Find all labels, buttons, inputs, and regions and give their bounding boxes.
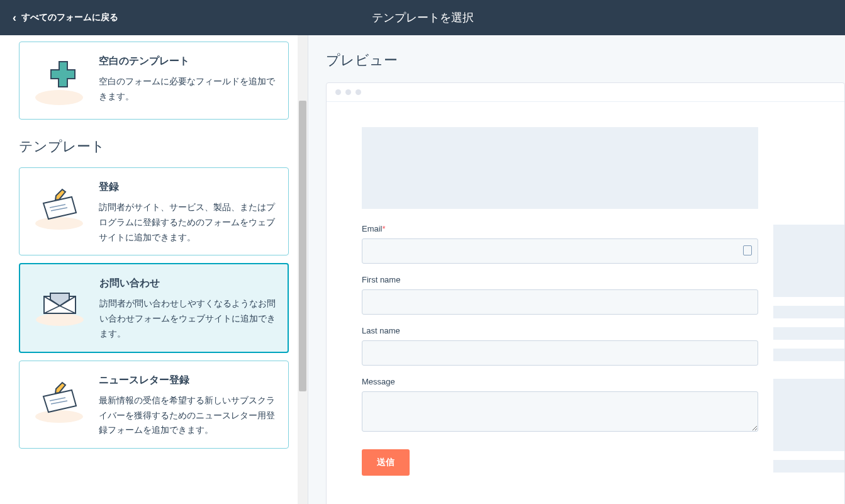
email-label: Email* (362, 224, 758, 233)
svg-point-0 (35, 90, 83, 105)
scrollbar[interactable] (298, 35, 308, 504)
preview-panel: プレビュー Email* (308, 35, 845, 504)
template-title: ニュースレター登録 (99, 374, 277, 387)
template-card-registration[interactable]: 登録 訪問者がサイト、サービス、製品、またはプログラムに登録するためのフォームを… (19, 167, 289, 255)
template-title: 空白のテンプレート (99, 55, 277, 68)
registration-icon (31, 178, 87, 235)
template-description: 最新情報の受信を希望する新しいサブスクライバーを獲得するためのニュースレター用登… (99, 393, 277, 438)
placeholder-block (773, 460, 844, 473)
message-field[interactable] (362, 391, 758, 432)
back-link[interactable]: ‹ すべてのフォームに戻る (13, 11, 118, 25)
chevron-left-icon: ‹ (13, 11, 16, 25)
template-description: 訪問者がサイト、サービス、製品、またはプログラムに登録するためのフォームをウェブ… (99, 200, 277, 245)
contact-icon (31, 274, 88, 331)
placeholder-block (773, 379, 844, 451)
svg-point-2 (36, 313, 84, 326)
template-card-newsletter[interactable]: ニュースレター登録 最新情報の受信を希望する新しいサブスクライバーを獲得するため… (19, 361, 289, 449)
placeholder-block (773, 225, 844, 297)
lastname-field[interactable] (362, 340, 758, 366)
hero-placeholder (362, 127, 758, 209)
back-link-label: すべてのフォームに戻る (21, 12, 118, 23)
template-title: お問い合わせ (99, 277, 276, 290)
traffic-light-icon (355, 89, 361, 95)
template-card-blank[interactable]: 空白のテンプレート 空白のフォームに必要なフィールドを追加できます。 (19, 42, 289, 120)
main-content: 空白のテンプレート 空白のフォームに必要なフィールドを追加できます。 テンプレー… (0, 35, 845, 504)
blank-template-icon (31, 52, 87, 109)
browser-title-bar (327, 83, 844, 102)
lastname-label: Last name (362, 326, 758, 335)
message-label: Message (362, 377, 758, 386)
traffic-light-icon (345, 89, 351, 95)
traffic-light-icon (335, 89, 341, 95)
preview-form: Email* First name Last name (362, 127, 758, 481)
sidebar-placeholders (773, 127, 844, 481)
placeholder-block (773, 327, 844, 340)
placeholder-block (773, 306, 844, 318)
page-title: テンプレートを選択 (372, 10, 474, 25)
scrollbar-thumb[interactable] (299, 101, 306, 391)
template-description: 訪問者が問い合わせしやすくなるようなお問い合わせフォームをウェブサイトに追加でき… (99, 296, 276, 341)
email-field[interactable] (362, 238, 758, 264)
template-title: 登録 (99, 181, 277, 194)
template-card-contact[interactable]: お問い合わせ 訪問者が問い合わせしやすくなるようなお問い合わせフォームをウェブサ… (19, 263, 289, 352)
template-list-panel: 空白のテンプレート 空白のフォームに必要なフィールドを追加できます。 テンプレー… (0, 35, 308, 504)
svg-point-3 (35, 410, 83, 423)
placeholder-block (773, 349, 844, 361)
browser-frame: Email* First name Last name (326, 82, 845, 504)
firstname-field[interactable] (362, 289, 758, 315)
preview-heading: プレビュー (326, 51, 845, 70)
template-description: 空白のフォームに必要なフィールドを追加できます。 (99, 74, 277, 104)
templates-section-heading: テンプレート (19, 137, 289, 156)
newsletter-icon (31, 371, 87, 428)
submit-button[interactable]: 送信 (362, 449, 410, 476)
top-navigation: ‹ すべてのフォームに戻る テンプレートを選択 (0, 0, 845, 35)
autofill-icon (743, 245, 752, 255)
firstname-label: First name (362, 275, 758, 284)
svg-point-1 (35, 217, 83, 230)
